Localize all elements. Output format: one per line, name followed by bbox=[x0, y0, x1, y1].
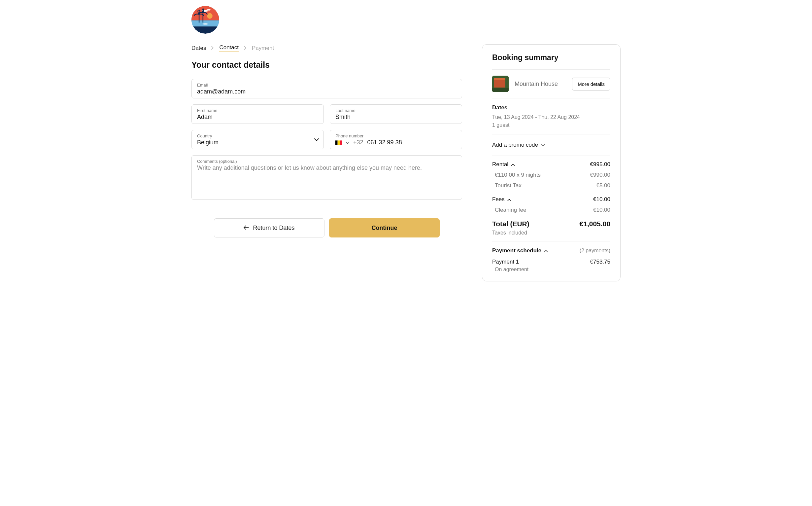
total-value: €1,005.00 bbox=[580, 220, 610, 228]
fees-total: €10.00 bbox=[593, 196, 610, 203]
comments-label: Comments (optional) bbox=[197, 159, 456, 164]
add-promo-code-toggle[interactable]: Add a promo code bbox=[492, 135, 610, 156]
chevron-up-icon bbox=[511, 161, 515, 168]
comments-field-wrapper[interactable]: Comments (optional) bbox=[191, 155, 462, 200]
phone-prefix: +32 bbox=[353, 139, 364, 146]
first-name-field-wrapper[interactable]: First name bbox=[191, 104, 324, 124]
flag-icon-belgium[interactable] bbox=[335, 140, 342, 145]
chevron-down-icon bbox=[541, 142, 545, 148]
chevron-up-icon bbox=[507, 196, 511, 203]
comments-textarea[interactable] bbox=[197, 164, 456, 194]
country-label: Country bbox=[197, 134, 318, 139]
svg-point-5 bbox=[206, 9, 211, 11]
more-details-button[interactable]: More details bbox=[572, 78, 610, 90]
last-name-label: Last name bbox=[335, 108, 456, 113]
svg-rect-14 bbox=[494, 78, 505, 80]
svg-rect-10 bbox=[338, 140, 340, 145]
first-name-input[interactable] bbox=[197, 114, 318, 120]
continue-button[interactable]: Continue bbox=[329, 218, 440, 238]
rental-total: €995.00 bbox=[590, 161, 610, 168]
payment1-label: Payment 1 bbox=[492, 259, 519, 265]
cleaning-fee-label: Cleaning fee bbox=[495, 207, 526, 214]
email-label: Email bbox=[197, 83, 456, 88]
breadcrumb-contact[interactable]: Contact bbox=[219, 44, 239, 52]
dates-label: Dates bbox=[492, 104, 610, 111]
chevron-down-icon[interactable] bbox=[346, 140, 349, 146]
rental-label: Rental bbox=[492, 161, 508, 168]
tourist-tax-label: Tourist Tax bbox=[495, 182, 521, 189]
cleaning-fee-value: €10.00 bbox=[593, 207, 610, 214]
svg-point-3 bbox=[207, 13, 213, 19]
page-title: Your contact details bbox=[191, 60, 462, 70]
brand-logo bbox=[191, 6, 219, 34]
property-name: Mountain House bbox=[515, 81, 566, 88]
svg-rect-15 bbox=[492, 88, 509, 92]
promo-label: Add a promo code bbox=[492, 142, 538, 148]
rental-nights-value: €990.00 bbox=[590, 172, 610, 178]
payment-schedule-toggle[interactable]: Payment schedule bbox=[492, 247, 548, 254]
dates-value: Tue, 13 Aug 2024 - Thu, 22 Aug 2024 bbox=[492, 114, 610, 120]
first-name-label: First name bbox=[197, 108, 318, 113]
svg-rect-1 bbox=[191, 6, 219, 20]
payment-schedule-label: Payment schedule bbox=[492, 247, 541, 254]
chevron-right-icon bbox=[244, 46, 246, 51]
payment1-value: €753.75 bbox=[590, 259, 610, 265]
chevron-right-icon bbox=[211, 46, 214, 51]
fees-label: Fees bbox=[492, 196, 505, 203]
last-name-input[interactable] bbox=[335, 114, 456, 120]
arrow-left-icon bbox=[243, 225, 249, 232]
fees-section-toggle[interactable]: Fees €10.00 bbox=[492, 191, 610, 205]
svg-rect-7 bbox=[203, 13, 204, 22]
tourist-tax-value: €5.00 bbox=[596, 182, 610, 189]
last-name-field-wrapper[interactable]: Last name bbox=[330, 104, 462, 124]
svg-rect-11 bbox=[340, 140, 342, 145]
continue-button-label: Continue bbox=[372, 225, 397, 232]
phone-input[interactable] bbox=[368, 139, 456, 146]
breadcrumb: Dates Contact Payment bbox=[191, 44, 462, 52]
return-to-dates-button[interactable]: Return to Dates bbox=[214, 218, 324, 238]
guests-value: 1 guest bbox=[492, 122, 610, 128]
payment1-note: On agreement bbox=[492, 266, 610, 272]
svg-rect-9 bbox=[335, 140, 338, 145]
total-label: Total (EUR) bbox=[492, 220, 529, 228]
phone-label: Phone number bbox=[335, 134, 456, 139]
return-button-label: Return to Dates bbox=[253, 225, 294, 232]
country-field-wrapper[interactable]: Country Belgium bbox=[191, 130, 324, 149]
svg-point-8 bbox=[203, 23, 208, 25]
phone-field-wrapper[interactable]: Phone number +32 bbox=[330, 130, 462, 149]
payments-count: (2 payments) bbox=[580, 248, 610, 254]
breadcrumb-dates[interactable]: Dates bbox=[191, 45, 206, 52]
rental-section-toggle[interactable]: Rental €995.00 bbox=[492, 156, 610, 170]
country-select[interactable]: Belgium bbox=[197, 139, 318, 146]
breadcrumb-payment: Payment bbox=[252, 45, 274, 52]
rental-nights-label: €110.00 x 9 nights bbox=[495, 172, 541, 178]
booking-summary-card: Booking summary Mountain House More deta… bbox=[482, 44, 621, 281]
chevron-up-icon bbox=[544, 247, 548, 254]
property-thumbnail bbox=[492, 76, 509, 92]
summary-title: Booking summary bbox=[492, 53, 610, 62]
svg-rect-6 bbox=[199, 14, 200, 22]
email-field-wrapper[interactable]: Email bbox=[191, 79, 462, 98]
email-input[interactable] bbox=[197, 88, 456, 95]
taxes-note: Taxes included bbox=[492, 230, 610, 241]
